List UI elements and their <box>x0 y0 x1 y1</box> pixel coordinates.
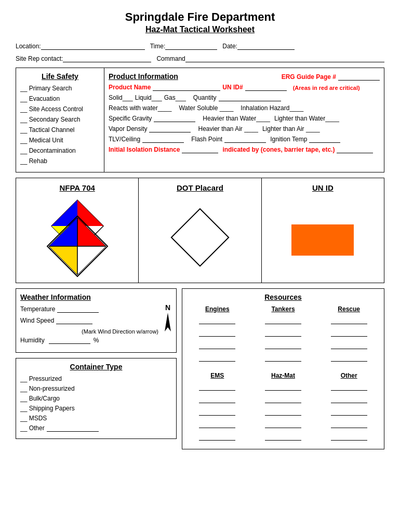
gas-label: Gas___ <box>164 94 186 101</box>
hazmat-line-4[interactable] <box>265 420 301 428</box>
command-label: Command <box>156 55 185 62</box>
tanker-line-1[interactable] <box>265 316 301 324</box>
temperature-blank[interactable] <box>57 305 99 313</box>
engine-line-4[interactable] <box>199 353 235 362</box>
heavier-water-label: Heavier than Water____ <box>203 115 270 122</box>
compass-arrow-svg <box>164 312 172 332</box>
hazmat-line-3[interactable] <box>265 407 301 416</box>
engine-line-2[interactable] <box>199 328 235 337</box>
ls-site-access: __ Site Access Control <box>20 105 100 113</box>
page-title: Springdale Fire Department <box>16 10 384 24</box>
tlv-blank[interactable] <box>142 136 184 143</box>
un-id-title: UN ID <box>312 183 334 192</box>
ems-line-5[interactable] <box>199 432 235 441</box>
page-subtitle: Haz-Mat Tactical Worksheet <box>16 25 384 34</box>
life-safety-section: Life Safety __ Primary Search __ Evacuat… <box>16 68 104 172</box>
other-line-3[interactable] <box>331 407 367 416</box>
ls-decontamination: __ Decontamination <box>20 147 100 154</box>
specific-gravity-blank[interactable] <box>154 115 195 122</box>
product-name-label: Product Name <box>109 84 151 91</box>
humidity-blank[interactable] <box>49 337 90 344</box>
symbols-section: NFPA 704 <box>16 178 384 283</box>
tanker-line-4[interactable] <box>265 353 301 362</box>
ct-shipping-papers: __ Shipping Papers <box>20 405 172 412</box>
site-rep-blank[interactable] <box>63 54 151 62</box>
other-col: Other <box>318 372 380 445</box>
humidity-label: Humidity <box>20 337 45 344</box>
wind-speed-blank[interactable] <box>56 317 92 324</box>
erg-label: ERG Guide Page # <box>282 73 336 81</box>
un-id-blank[interactable] <box>245 84 287 91</box>
ems-col: EMS <box>186 372 248 445</box>
inhalation-label: Inhalation Hazard____ <box>241 104 303 112</box>
dot-cell: DOT Placard <box>139 178 261 283</box>
vapor-density-blank[interactable] <box>149 125 191 132</box>
ct-other-blank[interactable] <box>47 424 99 432</box>
rescue-line-4[interactable] <box>331 353 367 362</box>
ems-line-4[interactable] <box>199 420 235 428</box>
tankers-label: Tankers <box>271 305 295 313</box>
product-info-section: Product Information ERG Guide Page # Pro… <box>104 68 384 172</box>
other-line-5[interactable] <box>331 432 367 441</box>
erg-blank[interactable] <box>338 72 380 81</box>
ignition-label: Ignition Temp <box>270 136 307 143</box>
flash-blank[interactable] <box>224 136 266 143</box>
isolation-suffix: indicated by (cones, barrier tape, etc.) <box>222 146 335 153</box>
flash-label: Flash Point <box>191 136 222 143</box>
resources-section: Resources Engines Tankers Rescue <box>182 288 384 449</box>
engine-line-3[interactable] <box>199 341 235 349</box>
solid-label: Solid___ <box>109 94 133 101</box>
liquid-label: Liquid___ <box>135 94 162 101</box>
lighter-air-label: Lighter than Air ____ <box>262 125 320 132</box>
hazmat-line-5[interactable] <box>265 432 301 441</box>
bottom-section: Weather Information Temperature Wind Spe… <box>16 288 384 449</box>
ct-pressurized: __ Pressurized <box>20 375 172 382</box>
ct-bulk-cargo: __ Bulk/Cargo <box>20 395 172 402</box>
rescue-label: Rescue <box>338 305 360 313</box>
ls-tactical-channel: __ Tactical Channel <box>20 126 100 134</box>
areas-critical: (Areas in red are critical) <box>293 85 360 91</box>
isolation-blank2[interactable] <box>337 146 373 153</box>
ems-label: EMS <box>210 372 224 379</box>
svg-marker-12 <box>165 313 171 331</box>
compass: N <box>164 303 172 332</box>
life-safety-title: Life Safety <box>20 72 100 81</box>
other-line-4[interactable] <box>331 420 367 428</box>
tanker-line-2[interactable] <box>265 328 301 337</box>
location-blank[interactable] <box>41 42 145 50</box>
rescue-line-3[interactable] <box>331 341 367 349</box>
other-line-1[interactable] <box>331 382 367 391</box>
specific-gravity-label: Specific Gravity <box>109 115 152 122</box>
weather-section: Weather Information Temperature Wind Spe… <box>16 288 177 353</box>
ems-line-2[interactable] <box>199 395 235 403</box>
ls-secondary-search: __ Secondary Search <box>20 116 100 123</box>
location-label: Location: <box>16 43 41 50</box>
ems-line-3[interactable] <box>199 407 235 416</box>
left-column: Weather Information Temperature Wind Spe… <box>16 288 177 449</box>
engines-col: Engines <box>186 305 248 366</box>
tanker-line-3[interactable] <box>265 341 301 349</box>
other-line-2[interactable] <box>331 395 367 403</box>
tlv-label: TLV/Ceiling <box>109 136 140 143</box>
mark-wind-label: (Mark Wind Direction w/arrow) <box>20 328 158 335</box>
hazmat-line-1[interactable] <box>265 382 301 391</box>
rescue-line-1[interactable] <box>331 316 367 324</box>
tankers-col: Tankers <box>252 305 314 366</box>
container-section: Container Type __ Pressurized __ Non-pre… <box>16 358 177 439</box>
product-info-title: Product Information <box>109 72 178 81</box>
hazmat-line-2[interactable] <box>265 395 301 403</box>
ls-evacuation: __ Evacuation <box>20 95 100 102</box>
product-name-blank[interactable] <box>153 84 220 91</box>
date-blank[interactable] <box>237 42 295 50</box>
ignition-blank[interactable] <box>309 136 340 143</box>
quantity-blank[interactable] <box>219 94 281 101</box>
isolation-blank1[interactable] <box>182 146 218 153</box>
lighter-water-label: Lighter than Water____ <box>274 115 339 122</box>
rescue-line-2[interactable] <box>331 328 367 337</box>
engine-line-1[interactable] <box>199 316 235 324</box>
svg-marker-7 <box>49 246 77 275</box>
ct-other: __ Other <box>20 424 172 432</box>
command-blank[interactable] <box>185 54 384 62</box>
ems-line-1[interactable] <box>199 382 235 391</box>
time-blank[interactable] <box>165 42 217 50</box>
